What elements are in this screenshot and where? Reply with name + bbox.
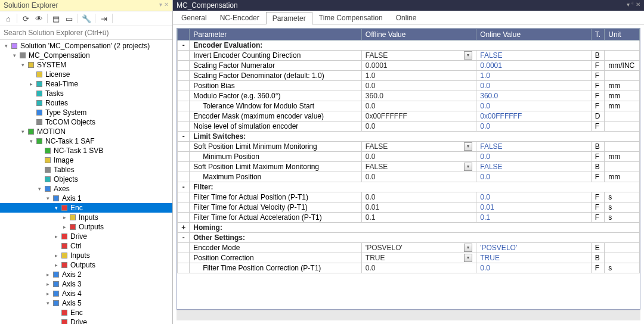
panel-controls[interactable]: ▾ ✕ bbox=[159, 1, 169, 10]
tree-item[interactable]: ▸Axis 4 bbox=[0, 289, 172, 298]
offline-value[interactable]: 0.0 bbox=[361, 122, 476, 132]
home-icon[interactable]: ⌂ bbox=[2, 13, 14, 24]
param-row[interactable]: Filter Time for Actual Position (P-T1)0.… bbox=[178, 192, 640, 202]
expand-icon[interactable]: ▸ bbox=[61, 224, 68, 230]
col-unit[interactable]: Unit bbox=[605, 29, 640, 40]
offline-value[interactable]: 'POSVELO'▾ bbox=[361, 243, 476, 253]
param-group-row[interactable]: -Encoder Evaluation: bbox=[178, 40, 640, 51]
col-online[interactable]: Online Value bbox=[476, 29, 591, 40]
refresh-icon[interactable]: ⟳ bbox=[20, 13, 32, 24]
dropdown-icon[interactable]: ▾ bbox=[464, 254, 472, 262]
expand-icon[interactable]: ▾ bbox=[44, 300, 51, 306]
expand-icon[interactable]: ▸ bbox=[52, 253, 60, 258]
collapse-toggle[interactable]: - bbox=[178, 132, 190, 142]
collapse-icon[interactable]: ▭ bbox=[63, 13, 75, 24]
offline-value[interactable]: 0.0 bbox=[361, 152, 476, 162]
tree-item[interactable]: TcCOM Objects bbox=[0, 117, 172, 127]
param-row[interactable]: Invert Encoder Counting DirectionFALSE▾F… bbox=[178, 51, 640, 61]
expand-icon[interactable]: ▸ bbox=[44, 291, 51, 297]
expand-icon[interactable]: ▾ bbox=[19, 129, 26, 135]
expand-icon[interactable]: ▾ bbox=[2, 43, 10, 49]
col-parameter[interactable]: Parameter bbox=[190, 29, 362, 40]
offline-value[interactable]: FALSE▾ bbox=[361, 142, 476, 152]
tree-item[interactable]: ▾SYSTEM bbox=[0, 60, 172, 70]
properties-icon[interactable]: 🔧 bbox=[80, 13, 92, 24]
tree-item[interactable]: ▾Solution 'MC_Compensation' (2 projects) bbox=[0, 41, 172, 51]
tree-item[interactable]: ▸Axis 3 bbox=[0, 279, 172, 289]
param-group-row[interactable]: -Other Settings: bbox=[178, 233, 640, 243]
tree-item[interactable]: Tasks bbox=[0, 89, 172, 98]
offline-value[interactable]: 1.0 bbox=[361, 71, 476, 81]
expand-icon[interactable]: ▾ bbox=[27, 138, 35, 144]
param-group-row[interactable]: -Limit Switches: bbox=[178, 132, 640, 142]
tree-item[interactable]: ▸Real-Time bbox=[0, 79, 172, 89]
collapse-toggle[interactable]: - bbox=[178, 40, 190, 51]
dropdown-icon[interactable]: ▾ bbox=[464, 51, 472, 60]
param-row[interactable]: Scaling Factor Denominator (default: 1.0… bbox=[178, 71, 640, 81]
offline-value[interactable]: 0.0 bbox=[361, 81, 476, 91]
col-type[interactable]: T. bbox=[591, 29, 605, 40]
tab-online[interactable]: Online bbox=[389, 11, 423, 24]
tree-item[interactable]: Drive bbox=[0, 317, 172, 324]
search-input[interactable] bbox=[0, 26, 172, 40]
param-row[interactable]: Filter Time Position Correction (P-T1)0.… bbox=[178, 263, 640, 273]
param-row[interactable]: Noise level of simulation encoder0.00.0F bbox=[178, 122, 640, 132]
tree-item[interactable]: NC-Task 1 SVB bbox=[0, 146, 172, 155]
dropdown-icon[interactable]: ▾ bbox=[464, 163, 472, 171]
expand-icon[interactable]: ▾ bbox=[19, 62, 26, 68]
tab-general[interactable]: General bbox=[175, 11, 213, 24]
expand-icon[interactable]: ▸ bbox=[61, 214, 68, 220]
tree-item[interactable]: Enc bbox=[0, 308, 172, 317]
tree-item[interactable]: ▾Axes bbox=[0, 184, 172, 194]
param-group-row[interactable]: -Filter: bbox=[178, 182, 640, 192]
param-row[interactable]: Position CorrectionTRUE▾TRUEB bbox=[178, 253, 640, 263]
param-row[interactable]: Encoder Mode'POSVELO'▾'POSVELO'E bbox=[178, 243, 640, 253]
tree-item[interactable]: License bbox=[0, 70, 172, 79]
view-icon[interactable]: ⇥ bbox=[98, 13, 110, 24]
param-row[interactable]: Modulo Factor (e.g. 360.0°)360.0360.0Fmm bbox=[178, 91, 640, 101]
param-row[interactable]: Maximum Position0.00.0Fmm bbox=[178, 172, 640, 182]
offline-value[interactable]: 0.01 bbox=[361, 202, 476, 213]
expand-icon[interactable]: ▾ bbox=[52, 205, 60, 211]
expand-icon[interactable]: ▸ bbox=[52, 233, 60, 239]
tree-item[interactable]: Type System bbox=[0, 108, 172, 117]
param-row[interactable]: Encoder Mask (maximum encoder value)0x00… bbox=[178, 111, 640, 122]
tree-item[interactable]: ▸Axis 2 bbox=[0, 270, 172, 279]
tree-item[interactable]: ▾Axis 5 bbox=[0, 298, 172, 308]
expand-icon[interactable]: ▸ bbox=[44, 281, 51, 287]
tree-item[interactable]: ▾MC_Compensation bbox=[0, 51, 172, 60]
tab-parameter[interactable]: Parameter bbox=[266, 12, 312, 24]
tree-item[interactable]: Objects bbox=[0, 175, 172, 184]
expand-icon[interactable]: ▸ bbox=[44, 272, 51, 278]
offline-value[interactable]: 0.0 bbox=[361, 263, 476, 273]
offline-value[interactable]: 0.1 bbox=[361, 213, 476, 223]
tree-item[interactable]: ▸Drive bbox=[0, 232, 172, 241]
offline-value[interactable]: TRUE▾ bbox=[361, 253, 476, 263]
show-all-icon[interactable]: ▤ bbox=[50, 13, 62, 24]
panel-controls[interactable]: ▾ ꜗ ✕ bbox=[627, 1, 640, 10]
param-row[interactable]: Scaling Factor Numerator0.00010.0001Fmm/… bbox=[178, 61, 640, 71]
param-row[interactable]: Filter Time for Actual Acceleration (P-T… bbox=[178, 213, 640, 223]
offline-value[interactable]: 0x00FFFFFF bbox=[361, 111, 476, 122]
tree-item[interactable]: ▾MOTION bbox=[0, 127, 172, 136]
param-row[interactable]: Filter Time for Actual Velocity (P-T1)0.… bbox=[178, 202, 640, 213]
tree-item[interactable]: ▾Axis 1 bbox=[0, 194, 172, 203]
dropdown-icon[interactable]: ▾ bbox=[464, 142, 472, 151]
param-row[interactable]: Tolerance Window for Modulo Start0.00.0F… bbox=[178, 101, 640, 111]
tab-nc-encoder[interactable]: NC-Encoder bbox=[213, 11, 266, 24]
offline-value[interactable]: 360.0 bbox=[361, 91, 476, 101]
param-row[interactable]: Position Bias0.00.0Fmm bbox=[178, 81, 640, 91]
sync-icon[interactable]: 👁 bbox=[33, 13, 45, 24]
tree-item[interactable]: ▸Outputs bbox=[0, 222, 172, 232]
param-row[interactable]: Soft Position Limit Maximum MonitoringFA… bbox=[178, 162, 640, 172]
col-offline[interactable]: Offline Value bbox=[361, 29, 476, 40]
offline-value[interactable]: 0.0 bbox=[361, 192, 476, 202]
collapse-toggle[interactable]: + bbox=[178, 223, 190, 233]
parameter-scroll[interactable]: Parameter Offline Value Online Value T. … bbox=[177, 28, 640, 310]
dropdown-icon[interactable]: ▾ bbox=[464, 244, 472, 252]
tree-item[interactable]: ▾Enc bbox=[0, 203, 172, 213]
offline-value[interactable]: FALSE▾ bbox=[361, 162, 476, 172]
tree-item[interactable]: Tables bbox=[0, 165, 172, 175]
tree-item[interactable]: Ctrl bbox=[0, 241, 172, 251]
tree-item[interactable]: Image bbox=[0, 155, 172, 165]
